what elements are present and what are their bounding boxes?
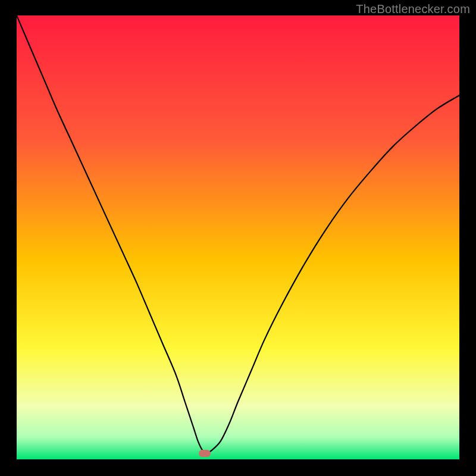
plot-area bbox=[17, 15, 459, 459]
attribution-label: TheBottlenecker.com bbox=[356, 2, 470, 16]
optimal-point-marker bbox=[199, 450, 211, 457]
bottleneck-curve bbox=[17, 15, 459, 459]
chart-frame: TheBottlenecker.com bbox=[0, 0, 476, 476]
